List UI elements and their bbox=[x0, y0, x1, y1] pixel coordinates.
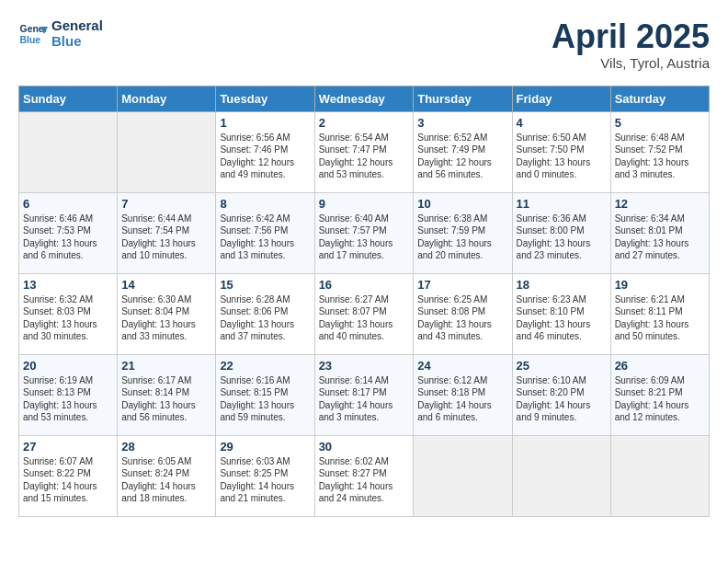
cell-w4-d4: 23Sunrise: 6:14 AM Sunset: 8:17 PM Dayli… bbox=[314, 354, 414, 435]
cell-w2-d1: 6Sunrise: 6:46 AM Sunset: 7:53 PM Daylig… bbox=[19, 192, 118, 273]
cell-w4-d5: 24Sunrise: 6:12 AM Sunset: 8:18 PM Dayli… bbox=[414, 354, 512, 435]
header-saturday: Saturday bbox=[610, 86, 709, 111]
day-info: Sunrise: 6:52 AM Sunset: 7:49 PM Dayligh… bbox=[417, 132, 507, 181]
page-header: General Blue General Blue April 2025 Vil… bbox=[18, 18, 710, 71]
day-number: 14 bbox=[121, 278, 211, 292]
cell-w3-d5: 17Sunrise: 6:25 AM Sunset: 8:08 PM Dayli… bbox=[414, 273, 512, 354]
day-number: 22 bbox=[220, 359, 310, 373]
header-wednesday: Wednesday bbox=[314, 86, 414, 111]
cell-w4-d2: 21Sunrise: 6:17 AM Sunset: 8:14 PM Dayli… bbox=[118, 354, 216, 435]
logo-line1: General bbox=[51, 18, 103, 34]
cell-w5-d6 bbox=[512, 435, 610, 516]
cell-w1-d1 bbox=[19, 111, 118, 192]
day-info: Sunrise: 6:48 AM Sunset: 7:52 PM Dayligh… bbox=[615, 132, 705, 181]
cell-w3-d1: 13Sunrise: 6:32 AM Sunset: 8:03 PM Dayli… bbox=[19, 273, 118, 354]
cell-w5-d3: 29Sunrise: 6:03 AM Sunset: 8:25 PM Dayli… bbox=[216, 435, 314, 516]
day-info: Sunrise: 6:34 AM Sunset: 8:01 PM Dayligh… bbox=[615, 213, 705, 262]
day-number: 10 bbox=[417, 197, 507, 211]
day-info: Sunrise: 6:30 AM Sunset: 8:04 PM Dayligh… bbox=[121, 293, 211, 343]
cell-w3-d2: 14Sunrise: 6:30 AM Sunset: 8:04 PM Dayli… bbox=[118, 273, 216, 354]
cell-w1-d5: 3Sunrise: 6:52 AM Sunset: 7:49 PM Daylig… bbox=[414, 111, 512, 192]
week-row-3: 13Sunrise: 6:32 AM Sunset: 8:03 PM Dayli… bbox=[19, 273, 710, 354]
day-number: 19 bbox=[615, 278, 705, 292]
day-info: Sunrise: 6:05 AM Sunset: 8:24 PM Dayligh… bbox=[121, 455, 211, 505]
calendar-body: 1Sunrise: 6:56 AM Sunset: 7:46 PM Daylig… bbox=[19, 111, 710, 516]
day-info: Sunrise: 6:14 AM Sunset: 8:17 PM Dayligh… bbox=[319, 374, 410, 424]
day-number: 27 bbox=[23, 440, 113, 454]
header-tuesday: Tuesday bbox=[216, 86, 314, 111]
day-number: 8 bbox=[220, 197, 310, 211]
cell-w4-d1: 20Sunrise: 6:19 AM Sunset: 8:13 PM Dayli… bbox=[19, 354, 118, 435]
cell-w3-d4: 16Sunrise: 6:27 AM Sunset: 8:07 PM Dayli… bbox=[314, 273, 414, 354]
cell-w5-d2: 28Sunrise: 6:05 AM Sunset: 8:24 PM Dayli… bbox=[118, 435, 216, 516]
cell-w5-d5 bbox=[414, 435, 512, 516]
day-info: Sunrise: 6:42 AM Sunset: 7:56 PM Dayligh… bbox=[220, 213, 310, 262]
day-info: Sunrise: 6:40 AM Sunset: 7:57 PM Dayligh… bbox=[319, 213, 410, 262]
svg-text:Blue: Blue bbox=[20, 34, 41, 44]
day-info: Sunrise: 6:21 AM Sunset: 8:11 PM Dayligh… bbox=[615, 293, 705, 343]
day-info: Sunrise: 6:28 AM Sunset: 8:06 PM Dayligh… bbox=[220, 293, 310, 343]
day-number: 28 bbox=[121, 440, 211, 454]
day-info: Sunrise: 6:46 AM Sunset: 7:53 PM Dayligh… bbox=[23, 213, 113, 262]
week-row-5: 27Sunrise: 6:07 AM Sunset: 8:22 PM Dayli… bbox=[19, 435, 710, 516]
cell-w2-d3: 8Sunrise: 6:42 AM Sunset: 7:56 PM Daylig… bbox=[216, 192, 314, 273]
cell-w2-d6: 11Sunrise: 6:36 AM Sunset: 8:00 PM Dayli… bbox=[512, 192, 610, 273]
logo-line2: Blue bbox=[51, 34, 103, 50]
day-number: 1 bbox=[220, 116, 310, 130]
day-number: 20 bbox=[23, 359, 113, 373]
day-number: 2 bbox=[319, 116, 410, 130]
day-number: 26 bbox=[615, 359, 705, 373]
header-monday: Monday bbox=[118, 86, 216, 111]
cell-w3-d3: 15Sunrise: 6:28 AM Sunset: 8:06 PM Dayli… bbox=[216, 273, 314, 354]
day-info: Sunrise: 6:17 AM Sunset: 8:14 PM Dayligh… bbox=[121, 374, 211, 424]
cell-w4-d7: 26Sunrise: 6:09 AM Sunset: 8:21 PM Dayli… bbox=[610, 354, 709, 435]
day-info: Sunrise: 6:07 AM Sunset: 8:22 PM Dayligh… bbox=[23, 455, 113, 505]
day-number: 7 bbox=[121, 197, 211, 211]
day-info: Sunrise: 6:25 AM Sunset: 8:08 PM Dayligh… bbox=[417, 293, 507, 343]
cell-w2-d2: 7Sunrise: 6:44 AM Sunset: 7:54 PM Daylig… bbox=[118, 192, 216, 273]
day-number: 9 bbox=[319, 197, 410, 211]
day-number: 5 bbox=[615, 116, 705, 130]
cell-w1-d3: 1Sunrise: 6:56 AM Sunset: 7:46 PM Daylig… bbox=[216, 111, 314, 192]
day-number: 12 bbox=[615, 197, 705, 211]
header-thursday: Thursday bbox=[414, 86, 512, 111]
day-info: Sunrise: 6:23 AM Sunset: 8:10 PM Dayligh… bbox=[517, 293, 607, 343]
cell-w5-d1: 27Sunrise: 6:07 AM Sunset: 8:22 PM Dayli… bbox=[19, 435, 118, 516]
day-number: 25 bbox=[517, 359, 607, 373]
logo: General Blue General Blue bbox=[18, 18, 103, 49]
day-info: Sunrise: 6:56 AM Sunset: 7:46 PM Dayligh… bbox=[220, 132, 310, 181]
day-info: Sunrise: 6:12 AM Sunset: 8:18 PM Dayligh… bbox=[417, 374, 507, 424]
day-info: Sunrise: 6:03 AM Sunset: 8:25 PM Dayligh… bbox=[220, 455, 310, 505]
month-title: April 2025 bbox=[552, 18, 710, 55]
week-row-4: 20Sunrise: 6:19 AM Sunset: 8:13 PM Dayli… bbox=[19, 354, 710, 435]
day-number: 16 bbox=[319, 278, 410, 292]
day-number: 15 bbox=[220, 278, 310, 292]
day-info: Sunrise: 6:38 AM Sunset: 7:59 PM Dayligh… bbox=[417, 213, 507, 262]
cell-w1-d2 bbox=[118, 111, 216, 192]
header-friday: Friday bbox=[512, 86, 610, 111]
cell-w3-d6: 18Sunrise: 6:23 AM Sunset: 8:10 PM Dayli… bbox=[512, 273, 610, 354]
cell-w4-d6: 25Sunrise: 6:10 AM Sunset: 8:20 PM Dayli… bbox=[512, 354, 610, 435]
day-info: Sunrise: 6:19 AM Sunset: 8:13 PM Dayligh… bbox=[23, 374, 113, 424]
cell-w2-d4: 9Sunrise: 6:40 AM Sunset: 7:57 PM Daylig… bbox=[314, 192, 414, 273]
day-number: 29 bbox=[220, 440, 310, 454]
day-info: Sunrise: 6:44 AM Sunset: 7:54 PM Dayligh… bbox=[121, 213, 211, 262]
header-row: Sunday Monday Tuesday Wednesday Thursday… bbox=[19, 86, 710, 111]
calendar-table: Sunday Monday Tuesday Wednesday Thursday… bbox=[18, 86, 710, 517]
day-number: 30 bbox=[319, 440, 410, 454]
cell-w1-d4: 2Sunrise: 6:54 AM Sunset: 7:47 PM Daylig… bbox=[314, 111, 414, 192]
day-number: 23 bbox=[319, 359, 410, 373]
week-row-2: 6Sunrise: 6:46 AM Sunset: 7:53 PM Daylig… bbox=[19, 192, 710, 273]
cell-w5-d7 bbox=[610, 435, 709, 516]
cell-w3-d7: 19Sunrise: 6:21 AM Sunset: 8:11 PM Dayli… bbox=[610, 273, 709, 354]
location-subtitle: Vils, Tyrol, Austria bbox=[552, 55, 710, 71]
day-number: 3 bbox=[417, 116, 507, 130]
day-info: Sunrise: 6:16 AM Sunset: 8:15 PM Dayligh… bbox=[220, 374, 310, 424]
day-number: 11 bbox=[517, 197, 607, 211]
day-number: 6 bbox=[23, 197, 113, 211]
logo-icon: General Blue bbox=[18, 19, 48, 49]
day-info: Sunrise: 6:50 AM Sunset: 7:50 PM Dayligh… bbox=[517, 132, 607, 181]
day-number: 24 bbox=[417, 359, 507, 373]
cell-w1-d6: 4Sunrise: 6:50 AM Sunset: 7:50 PM Daylig… bbox=[512, 111, 610, 192]
cell-w1-d7: 5Sunrise: 6:48 AM Sunset: 7:52 PM Daylig… bbox=[610, 111, 709, 192]
